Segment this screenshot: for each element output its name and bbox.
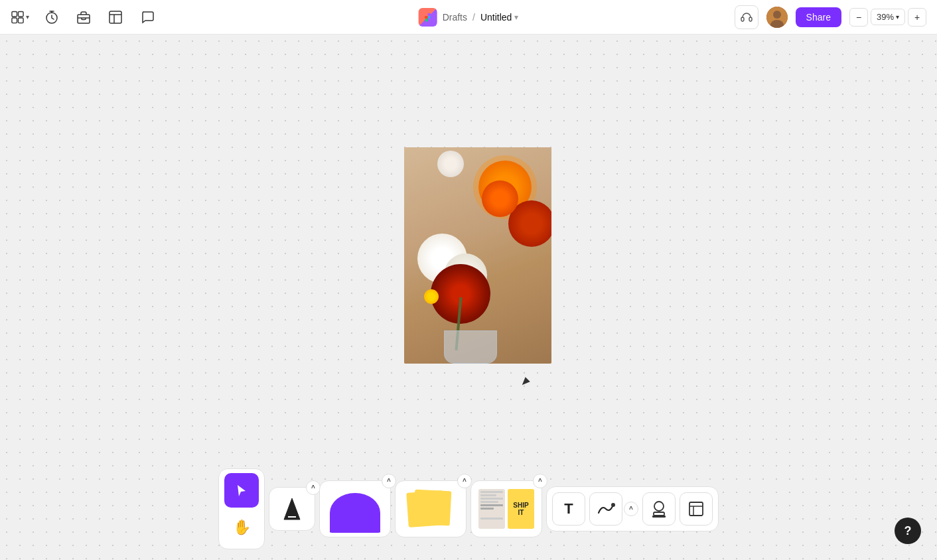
hand-icon: ✋: [233, 519, 251, 536]
svg-rect-1: [18, 11, 23, 17]
svg-point-10: [773, 11, 781, 19]
stamp-tool[interactable]: [642, 492, 676, 525]
stamps-section-wrapper: SHIPIT ^: [470, 480, 542, 537]
stickies-section-wrapper: ^: [395, 480, 467, 537]
page-title[interactable]: Untitled ▾: [480, 12, 518, 23]
select-hand-section: ✋: [218, 468, 265, 549]
pen-tool[interactable]: [275, 492, 309, 526]
headphone-icon[interactable]: [735, 5, 758, 29]
connector-expand-btn[interactable]: ^: [624, 502, 638, 516]
connector-tool[interactable]: [589, 492, 622, 525]
svg-rect-16: [689, 502, 703, 516]
stamp-icon: [650, 500, 668, 518]
svg-rect-3: [18, 17, 23, 23]
text-tool[interactable]: T: [552, 492, 585, 525]
breadcrumb-separator: /: [472, 12, 475, 23]
frame-icon: [687, 500, 705, 518]
figma-logo: [419, 8, 437, 27]
zoom-in-button[interactable]: +: [908, 8, 926, 27]
header-right: Share − 39% ▾ +: [735, 5, 926, 29]
cursor-indicator: [520, 377, 530, 387]
shape-section-wrapper: ^: [319, 480, 391, 537]
stickies-expand-btn[interactable]: ^: [457, 474, 472, 488]
help-button[interactable]: ?: [895, 518, 921, 544]
title-chevron: ▾: [514, 13, 518, 22]
chat-icon[interactable]: [138, 8, 157, 27]
pen-section: [269, 487, 315, 531]
zoom-controls: − 39% ▾ +: [849, 8, 926, 27]
stickies-section: [395, 480, 467, 537]
zoom-out-button[interactable]: −: [849, 8, 868, 27]
svg-rect-15: [652, 516, 666, 518]
svg-rect-6: [109, 11, 121, 23]
drafts-breadcrumb[interactable]: Drafts: [443, 12, 467, 23]
svg-rect-14: [654, 512, 664, 516]
hand-tool[interactable]: ✋: [224, 510, 259, 545]
pen-expand-btn[interactable]: ^: [306, 480, 321, 495]
flower-photo: [404, 147, 551, 364]
share-button[interactable]: Share: [796, 7, 841, 27]
zoom-chevron: ▾: [896, 13, 899, 21]
frame-tool[interactable]: [680, 492, 713, 525]
shape-expand-btn[interactable]: ^: [382, 474, 396, 488]
shape-section: [319, 480, 391, 537]
svg-point-13: [654, 502, 664, 511]
svg-point-12: [611, 503, 615, 507]
select-tool[interactable]: [224, 473, 259, 508]
layout-icon[interactable]: [106, 8, 125, 27]
timer-icon[interactable]: [42, 8, 61, 27]
text-icon: T: [564, 500, 573, 518]
tools-dropdown[interactable]: ▾: [11, 8, 29, 27]
stamps-expand-btn[interactable]: ^: [533, 474, 547, 488]
header-left: ▾: [11, 8, 157, 27]
header-center: Drafts / Untitled ▾: [419, 8, 519, 27]
user-avatar[interactable]: [766, 7, 788, 28]
bottom-toolbar: ✋ ^ ^: [218, 468, 719, 549]
stamps-tool[interactable]: SHIPIT: [476, 485, 536, 533]
right-tool-group: T ^: [546, 486, 719, 531]
connector-icon: [597, 502, 615, 516]
svg-rect-2: [12, 17, 17, 23]
svg-rect-5: [78, 15, 90, 23]
archive-icon[interactable]: [74, 8, 93, 27]
svg-rect-0: [12, 11, 17, 17]
zoom-value[interactable]: 39% ▾: [871, 9, 905, 25]
pen-section-wrapper: ^: [269, 487, 315, 531]
shape-tool[interactable]: [325, 485, 385, 533]
stamps-section: SHIPIT: [470, 480, 542, 537]
header: ▾: [0, 0, 937, 35]
stickies-tool[interactable]: [401, 485, 461, 533]
canvas-image[interactable]: [404, 147, 551, 364]
